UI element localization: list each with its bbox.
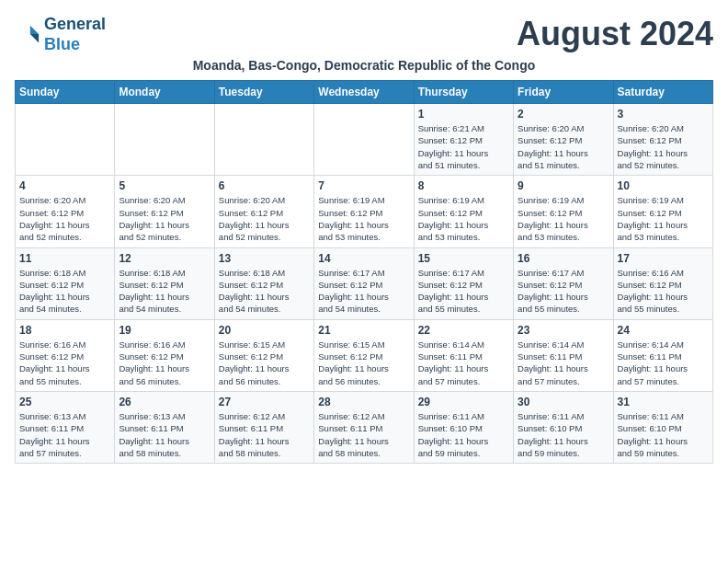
day-number: 18	[19, 324, 110, 337]
calendar-table: SundayMondayTuesdayWednesdayThursdayFrid…	[15, 80, 713, 464]
calendar-cell: 30Sunrise: 6:11 AMSunset: 6:10 PMDayligh…	[514, 391, 613, 463]
page-header: General Blue August 2024	[15, 15, 713, 54]
calendar-cell: 9Sunrise: 6:19 AMSunset: 6:12 PMDaylight…	[514, 176, 613, 247]
day-number: 10	[618, 179, 709, 192]
calendar-cell: 7Sunrise: 6:19 AMSunset: 6:12 PMDaylight…	[314, 176, 414, 247]
day-number: 3	[618, 108, 709, 121]
day-info: Sunrise: 6:19 AMSunset: 6:12 PMDaylight:…	[518, 194, 609, 243]
calendar-cell: 13Sunrise: 6:18 AMSunset: 6:12 PMDayligh…	[214, 247, 313, 319]
calendar-cell: 29Sunrise: 6:11 AMSunset: 6:10 PMDayligh…	[414, 391, 513, 463]
week-row-3: 11Sunrise: 6:18 AMSunset: 6:12 PMDayligh…	[16, 247, 713, 319]
calendar-cell: 27Sunrise: 6:12 AMSunset: 6:11 PMDayligh…	[214, 391, 313, 463]
day-number: 26	[119, 396, 210, 408]
day-number: 31	[618, 396, 709, 408]
day-info: Sunrise: 6:11 AMSunset: 6:10 PMDaylight:…	[418, 410, 509, 459]
calendar-cell	[214, 104, 313, 176]
weekday-header-tuesday: Tuesday	[214, 81, 313, 104]
calendar-cell: 11Sunrise: 6:18 AMSunset: 6:12 PMDayligh…	[16, 247, 115, 319]
calendar-cell: 28Sunrise: 6:12 AMSunset: 6:11 PMDayligh…	[314, 391, 414, 463]
day-info: Sunrise: 6:18 AMSunset: 6:12 PMDaylight:…	[219, 267, 310, 316]
weekday-header-sunday: Sunday	[16, 81, 115, 104]
day-number: 29	[418, 396, 509, 408]
day-number: 24	[618, 324, 709, 337]
day-number: 17	[618, 252, 709, 265]
calendar-cell: 5Sunrise: 6:20 AMSunset: 6:12 PMDaylight…	[115, 176, 214, 247]
day-info: Sunrise: 6:20 AMSunset: 6:12 PMDaylight:…	[119, 194, 210, 243]
calendar-cell: 22Sunrise: 6:14 AMSunset: 6:11 PMDayligh…	[414, 319, 513, 391]
day-info: Sunrise: 6:19 AMSunset: 6:12 PMDaylight:…	[418, 194, 509, 243]
day-info: Sunrise: 6:17 AMSunset: 6:12 PMDaylight:…	[518, 267, 609, 316]
day-info: Sunrise: 6:17 AMSunset: 6:12 PMDaylight:…	[418, 267, 509, 316]
day-number: 9	[518, 179, 609, 192]
day-info: Sunrise: 6:18 AMSunset: 6:12 PMDaylight:…	[119, 267, 210, 316]
calendar-cell: 21Sunrise: 6:15 AMSunset: 6:12 PMDayligh…	[314, 319, 414, 391]
day-number: 5	[119, 179, 210, 192]
logo: General Blue	[15, 15, 106, 54]
day-number: 23	[518, 324, 609, 337]
day-info: Sunrise: 6:20 AMSunset: 6:12 PMDaylight:…	[618, 122, 709, 171]
day-number: 30	[518, 396, 609, 408]
calendar-cell	[314, 104, 414, 176]
calendar-cell	[115, 104, 214, 176]
day-info: Sunrise: 6:15 AMSunset: 6:12 PMDaylight:…	[219, 339, 310, 387]
day-number: 28	[318, 396, 409, 408]
day-number: 7	[318, 179, 409, 192]
day-info: Sunrise: 6:20 AMSunset: 6:12 PMDaylight:…	[19, 194, 110, 243]
calendar-cell: 1Sunrise: 6:21 AMSunset: 6:12 PMDaylight…	[414, 104, 513, 176]
day-number: 15	[418, 252, 509, 265]
day-info: Sunrise: 6:19 AMSunset: 6:12 PMDaylight:…	[318, 194, 409, 243]
day-number: 1	[418, 108, 509, 121]
day-number: 22	[418, 324, 509, 337]
day-info: Sunrise: 6:12 AMSunset: 6:11 PMDaylight:…	[219, 410, 310, 459]
week-row-4: 18Sunrise: 6:16 AMSunset: 6:12 PMDayligh…	[16, 319, 713, 391]
day-info: Sunrise: 6:14 AMSunset: 6:11 PMDaylight:…	[518, 339, 609, 387]
calendar-cell: 2Sunrise: 6:20 AMSunset: 6:12 PMDaylight…	[514, 104, 613, 176]
calendar-cell: 25Sunrise: 6:13 AMSunset: 6:11 PMDayligh…	[16, 391, 115, 463]
calendar-cell: 17Sunrise: 6:16 AMSunset: 6:12 PMDayligh…	[613, 247, 712, 319]
svg-marker-0	[30, 25, 39, 33]
day-number: 12	[119, 252, 210, 265]
day-number: 4	[19, 179, 110, 192]
calendar-cell: 15Sunrise: 6:17 AMSunset: 6:12 PMDayligh…	[414, 247, 513, 319]
week-row-5: 25Sunrise: 6:13 AMSunset: 6:11 PMDayligh…	[16, 391, 713, 463]
logo-icon	[15, 22, 40, 48]
day-info: Sunrise: 6:14 AMSunset: 6:11 PMDaylight:…	[618, 339, 709, 387]
day-info: Sunrise: 6:15 AMSunset: 6:12 PMDaylight:…	[318, 339, 409, 387]
day-number: 2	[518, 108, 609, 121]
day-info: Sunrise: 6:20 AMSunset: 6:12 PMDaylight:…	[518, 122, 609, 171]
calendar-cell: 14Sunrise: 6:17 AMSunset: 6:12 PMDayligh…	[314, 247, 414, 319]
weekday-header-wednesday: Wednesday	[314, 81, 414, 104]
calendar-cell: 18Sunrise: 6:16 AMSunset: 6:12 PMDayligh…	[16, 319, 115, 391]
day-number: 25	[19, 396, 110, 408]
weekday-header-row: SundayMondayTuesdayWednesdayThursdayFrid…	[16, 81, 713, 104]
day-info: Sunrise: 6:21 AMSunset: 6:12 PMDaylight:…	[418, 122, 509, 171]
day-number: 19	[119, 324, 210, 337]
day-info: Sunrise: 6:16 AMSunset: 6:12 PMDaylight:…	[19, 339, 110, 387]
day-number: 20	[219, 324, 310, 337]
day-info: Sunrise: 6:19 AMSunset: 6:12 PMDaylight:…	[618, 194, 709, 243]
week-row-1: 1Sunrise: 6:21 AMSunset: 6:12 PMDaylight…	[16, 104, 713, 176]
day-number: 16	[518, 252, 609, 265]
day-info: Sunrise: 6:11 AMSunset: 6:10 PMDaylight:…	[618, 410, 709, 459]
day-number: 13	[219, 252, 310, 265]
day-info: Sunrise: 6:14 AMSunset: 6:11 PMDaylight:…	[418, 339, 509, 387]
calendar-cell: 16Sunrise: 6:17 AMSunset: 6:12 PMDayligh…	[514, 247, 613, 319]
day-number: 6	[219, 179, 310, 192]
calendar-cell: 10Sunrise: 6:19 AMSunset: 6:12 PMDayligh…	[613, 176, 712, 247]
day-info: Sunrise: 6:16 AMSunset: 6:12 PMDaylight:…	[618, 267, 709, 316]
weekday-header-friday: Friday	[514, 81, 613, 104]
day-number: 11	[19, 252, 110, 265]
day-info: Sunrise: 6:12 AMSunset: 6:11 PMDaylight:…	[318, 410, 409, 459]
calendar-cell: 19Sunrise: 6:16 AMSunset: 6:12 PMDayligh…	[115, 319, 214, 391]
calendar-cell: 6Sunrise: 6:20 AMSunset: 6:12 PMDaylight…	[214, 176, 313, 247]
calendar-cell: 26Sunrise: 6:13 AMSunset: 6:11 PMDayligh…	[115, 391, 214, 463]
svg-marker-1	[30, 34, 39, 42]
calendar-cell: 23Sunrise: 6:14 AMSunset: 6:11 PMDayligh…	[514, 319, 613, 391]
logo-text: General Blue	[44, 15, 106, 54]
day-info: Sunrise: 6:13 AMSunset: 6:11 PMDaylight:…	[119, 410, 210, 459]
calendar-cell: 24Sunrise: 6:14 AMSunset: 6:11 PMDayligh…	[613, 319, 712, 391]
weekday-header-saturday: Saturday	[613, 81, 712, 104]
calendar-cell: 4Sunrise: 6:20 AMSunset: 6:12 PMDaylight…	[16, 176, 115, 247]
calendar-subtitle: Moanda, Bas-Congo, Democratic Republic o…	[15, 58, 713, 73]
weekday-header-thursday: Thursday	[414, 81, 513, 104]
